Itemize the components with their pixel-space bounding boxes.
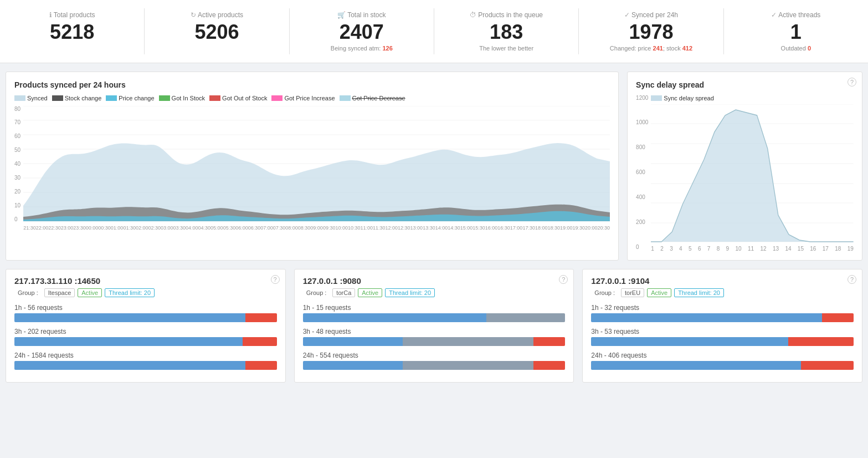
help-icon-sync-delay[interactable]: ? xyxy=(848,78,856,86)
server1-bar-1h xyxy=(14,313,277,322)
refresh-icon: ↻ xyxy=(191,11,196,19)
legend-color-stock xyxy=(52,95,63,101)
server3-thread: Thread limit: 20 xyxy=(674,288,724,297)
top-stats-bar: ℹTotal products 5218 ↻Active products 52… xyxy=(0,0,868,63)
server2-tags: Group : torCa Active Thread limit: 20 xyxy=(303,288,566,297)
server1-bar-3h xyxy=(14,337,277,346)
legend-got-out-of-stock: Got Out of Stock xyxy=(209,95,267,101)
legend-color-price xyxy=(106,95,117,101)
server3-bar-1h xyxy=(591,313,854,322)
help-icon-server1[interactable]: ? xyxy=(271,275,280,284)
server1-thread: Thread limit: 20 xyxy=(105,288,155,297)
products-synced-panel: Products synced per 24 hours Synced Stoc… xyxy=(6,72,619,261)
server2-thread: Thread limit: 20 xyxy=(385,288,435,297)
server3-bar-3h xyxy=(591,337,854,346)
x-axis-labels: 21:30 22:00 22:30 23:00 23:30 00:00 00:3… xyxy=(23,224,610,232)
stat-active-threads: ✓Active threads 1 Outdated 0 xyxy=(724,8,868,54)
sync-delay-panel: ? Sync delay spread 0 200 400 600 800 10… xyxy=(627,72,862,261)
server3-group-label: Group : xyxy=(591,289,618,297)
check-icon-threads: ✓ xyxy=(771,11,777,19)
server3-group-value: torEU xyxy=(621,288,644,297)
stat-total-in-stock: 🛒Total in stock 2407 Being synced atm: 1… xyxy=(290,8,434,54)
server1-req-1h: 1h - 56 requests xyxy=(14,304,277,322)
legend-price-change: Price change xyxy=(106,95,154,101)
help-icon-server3[interactable]: ? xyxy=(848,275,856,284)
server3-status: Active xyxy=(647,288,671,297)
help-icon-server2[interactable]: ? xyxy=(559,275,568,284)
legend-color-price-decrease xyxy=(340,95,351,101)
stat-value-synced-per-24h: 1978 xyxy=(584,21,717,43)
server2-req-3h: 3h - 48 requests xyxy=(303,328,566,346)
main-chart-svg xyxy=(23,106,610,222)
legend-color-price-increase xyxy=(271,95,283,101)
sync-delay-x-labels: 1 2 3 4 5 6 7 8 9 10 11 12 13 14 15 16 1 xyxy=(651,246,854,252)
server2-req-1h: 1h - 15 requests xyxy=(303,304,566,322)
stat-products-in-queue: ⏱Products in the queue 183 The lower the… xyxy=(434,8,579,54)
chart-legend: Synced Stock change Price change Got In … xyxy=(14,95,610,101)
server3-address: 127.0.0.1 :9104 xyxy=(591,276,854,286)
stat-active-products: ↻Active products 5206 xyxy=(145,8,289,54)
legend-got-in-stock: Got In Stock xyxy=(159,95,206,101)
stat-total-products: ℹTotal products 5218 xyxy=(0,8,145,54)
server-panel-1: ? 217.173.31.110 :14650 Group : Itespace… xyxy=(6,269,286,383)
legend-price-increase: Got Price Increase xyxy=(271,95,335,101)
server1-tags: Group : Itespace Active Thread limit: 20 xyxy=(14,288,277,297)
server2-group-label: Group : xyxy=(303,289,330,297)
server2-status: Active xyxy=(358,288,382,297)
legend-price-decrease: Got Price Decrease xyxy=(340,95,405,101)
server2-bar-3h xyxy=(303,337,566,346)
server3-req-3h: 3h - 53 requests xyxy=(591,328,854,346)
server3-bar-24h xyxy=(591,361,854,370)
check-icon-sync: ✓ xyxy=(624,11,630,19)
server1-bar-24h xyxy=(14,361,277,370)
server-panels-row: ? 217.173.31.110 :14650 Group : Itespace… xyxy=(0,269,868,391)
legend-synced: Synced xyxy=(14,95,48,101)
server3-req-1h: 1h - 32 requests xyxy=(591,304,854,322)
sync-delay-chart-svg xyxy=(651,104,854,243)
stat-value-total-products: 5218 xyxy=(6,21,138,43)
server1-status: Active xyxy=(78,288,102,297)
legend-color-synced xyxy=(14,95,25,101)
legend-color-out-stock xyxy=(209,95,220,101)
server3-req-24h: 24h - 406 requests xyxy=(591,352,854,370)
products-synced-title: Products synced per 24 hours xyxy=(14,80,610,89)
sync-delay-legend: Sync delay spread xyxy=(651,95,854,101)
stat-value-products-in-queue: 183 xyxy=(440,21,573,43)
server3-tags: Group : torEU Active Thread limit: 20 xyxy=(591,288,854,297)
server1-group-label: Group : xyxy=(14,289,42,297)
stat-value-total-in-stock: 2407 xyxy=(295,21,428,43)
legend-color-in-stock xyxy=(159,95,170,101)
stat-value-active-threads: 1 xyxy=(730,21,862,43)
server1-req-3h: 3h - 202 requests xyxy=(14,328,277,346)
server2-group-value: torCa xyxy=(332,288,355,297)
server2-bar-24h xyxy=(303,361,566,370)
server2-address: 127.0.0.1 :9080 xyxy=(303,276,566,286)
sync-delay-title: Sync delay spread xyxy=(636,80,854,89)
legend-color-sync-delay xyxy=(651,95,662,101)
clock-icon: ⏱ xyxy=(470,11,476,19)
server2-req-24h: 24h - 554 requests xyxy=(303,352,566,370)
stat-synced-per-24h: ✓Synced per 24h 1978 Changed: price 241;… xyxy=(579,8,723,54)
stat-value-active-products: 5206 xyxy=(150,21,283,43)
info-icon: ℹ xyxy=(49,11,52,19)
server-panel-2: ? 127.0.0.1 :9080 Group : torCa Active T… xyxy=(294,269,574,383)
server1-req-24h: 24h - 1584 requests xyxy=(14,352,277,370)
server1-address: 217.173.31.110 :14650 xyxy=(14,276,277,286)
server2-bar-1h xyxy=(303,313,566,322)
server-panel-3: ? 127.0.0.1 :9104 Group : torEU Active T… xyxy=(582,269,862,383)
cart-icon: 🛒 xyxy=(337,11,346,19)
legend-stock-change: Stock change xyxy=(52,95,102,101)
main-charts-row: Products synced per 24 hours Synced Stoc… xyxy=(0,72,868,261)
server1-group-value: Itespace xyxy=(44,288,75,297)
